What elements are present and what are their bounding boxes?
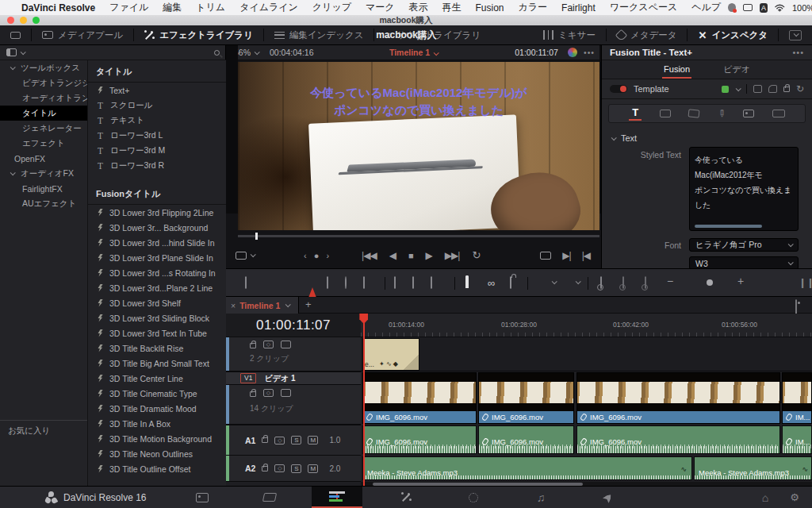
- lock-track-icon[interactable]: [250, 343, 256, 348]
- tree-au-effects[interactable]: AUエフェクト: [0, 196, 87, 211]
- fusion-title-item[interactable]: 3D Title Neon Outlines: [88, 446, 226, 461]
- panel-divider-icon[interactable]: ❙❙: [799, 277, 812, 288]
- styled-text-scrollbar[interactable]: [695, 225, 762, 228]
- panel-layout-chevron[interactable]: [21, 49, 26, 55]
- viewer-mode-icon[interactable]: [236, 252, 247, 260]
- tree-video-transitions[interactable]: ビデオトランジシ...: [0, 75, 87, 90]
- project-settings-button[interactable]: ⚙: [769, 487, 812, 508]
- tree-audiofx[interactable]: オーディオFX: [0, 166, 87, 181]
- page-deliver[interactable]: [583, 487, 634, 508]
- title-item-text[interactable]: Tテキスト: [88, 113, 226, 128]
- video-clip[interactable]: IM...: [782, 372, 812, 424]
- menu-mark[interactable]: マーク: [358, 1, 402, 14]
- title-item-lower3rd-m[interactable]: Tローワー3rd M: [88, 143, 226, 158]
- zoom-detail-icon[interactable]: [622, 277, 624, 288]
- tree-generators[interactable]: ジェネレーター: [0, 121, 87, 136]
- timeline-ruler[interactable]: 01:00:14:00 01:00:28:00 01:00:42:00 01:0…: [361, 314, 812, 337]
- template-toggle[interactable]: [610, 85, 627, 93]
- zoom-full-extent-icon[interactable]: [600, 277, 602, 288]
- color-wheel-icon[interactable]: [568, 48, 577, 57]
- flag-chevron[interactable]: [552, 279, 557, 284]
- inspector-options-icon[interactable]: •••: [792, 48, 804, 57]
- previous-frame-button[interactable]: |◀: [582, 250, 590, 261]
- link-clips-icon[interactable]: ∞: [488, 277, 495, 289]
- subtab-settings-icon[interactable]: [772, 110, 785, 117]
- lock-track-icon[interactable]: [250, 391, 256, 397]
- go-to-start-button[interactable]: |◀◀: [362, 250, 377, 261]
- tree-toolbox[interactable]: ツールボックス: [0, 60, 87, 75]
- fusion-title-item[interactable]: 3D Title Backlit Rise: [88, 341, 226, 356]
- zoom-out-icon[interactable]: −: [667, 275, 673, 287]
- track-header-a1[interactable]: A1 ◇ S M 1.0: [226, 425, 361, 456]
- text-section-header[interactable]: Text: [602, 128, 812, 146]
- track-enable-icon[interactable]: [281, 389, 291, 397]
- solo-button[interactable]: S: [291, 464, 301, 473]
- menu-color[interactable]: カラー: [511, 1, 555, 14]
- page-color[interactable]: [448, 487, 499, 508]
- page-fairlight[interactable]: ♫: [515, 487, 566, 508]
- fusion-title-item[interactable]: 3D Lower 3rd Text In Tube: [88, 325, 226, 341]
- track-header-v1[interactable]: ◇ 14 クリップ: [226, 385, 361, 425]
- match-frame-button[interactable]: ▶|: [562, 250, 570, 261]
- menu-workspace[interactable]: ワークスペース: [603, 1, 684, 14]
- tree-effects[interactable]: エフェクト: [0, 136, 87, 151]
- audio-clip[interactable]: IMG_6096.mov: [362, 425, 477, 454]
- add-timeline-button[interactable]: +: [305, 298, 312, 310]
- title-item-textplus[interactable]: Text+: [88, 83, 226, 98]
- auto-select-icon[interactable]: ◇: [274, 464, 285, 472]
- fusion-title-item[interactable]: 3D Title Center Line: [88, 371, 226, 386]
- lock-track-icon[interactable]: [262, 466, 268, 471]
- status-app-icon[interactable]: [728, 3, 736, 12]
- fusion-title-item[interactable]: 3D Lower 3rd...Plane 2 Line: [88, 280, 226, 295]
- position-lock-icon[interactable]: [510, 277, 511, 288]
- page-edit[interactable]: [312, 487, 362, 508]
- tree-fairlightfx[interactable]: FairlightFX: [0, 181, 87, 196]
- media-pool-button[interactable]: メディアプール: [32, 25, 133, 44]
- pin-icon[interactable]: [768, 85, 777, 93]
- video-clip[interactable]: IMG_6096.mov: [576, 372, 780, 424]
- inspector-button[interactable]: ✕インスペクタ: [688, 25, 778, 44]
- overwrite-clip-icon[interactable]: [412, 277, 414, 288]
- subtab-image-icon[interactable]: [743, 110, 754, 117]
- menu-edit[interactable]: 編集: [155, 1, 189, 14]
- play-button[interactable]: ▶: [426, 250, 432, 261]
- timeline-playhead[interactable]: [363, 314, 365, 486]
- menu-file[interactable]: ファイル: [102, 1, 155, 14]
- track-header-v1-name[interactable]: V1 ビデオ 1: [226, 371, 361, 385]
- menu-view[interactable]: 表示: [402, 1, 435, 14]
- music-clip[interactable]: Meeka - Steve Adams.mp3∿: [362, 456, 692, 480]
- tree-openfx[interactable]: OpenFX: [0, 151, 87, 166]
- menu-timeline[interactable]: タイムライン: [232, 1, 305, 14]
- tab-video[interactable]: ビデオ: [722, 60, 752, 79]
- fusion-title-item[interactable]: 3D Title In A Box: [88, 416, 226, 431]
- fusion-title-item[interactable]: 3D Lower 3r... Background: [88, 220, 226, 235]
- trim-edit-mode-icon[interactable]: [327, 277, 328, 288]
- fusion-title-item[interactable]: 3D Lower 3rd ...hind Slide In: [88, 235, 226, 250]
- razor-edit-mode-icon[interactable]: [363, 277, 365, 288]
- video-clip[interactable]: IMG_6096.mov: [362, 372, 477, 424]
- ui-layout-toggle[interactable]: [0, 25, 31, 44]
- dynamic-trim-mode-icon[interactable]: [345, 277, 347, 288]
- title-clip[interactable]: e... ✦ ∿ ◆: [362, 338, 419, 371]
- panel-layout-icon[interactable]: [6, 48, 17, 56]
- play-reverse-button[interactable]: ◀: [389, 250, 396, 261]
- font-family-dropdown[interactable]: ヒラギノ角ゴ Pro: [689, 238, 799, 252]
- fusion-title-item[interactable]: 3D Title Motion Background: [88, 431, 226, 446]
- title-item-scroll[interactable]: Tスクロール: [88, 98, 226, 113]
- viewer-timeline-selector[interactable]: Timeline 1: [226, 48, 601, 57]
- tree-titles[interactable]: タイトル: [0, 106, 87, 121]
- title-item-lower3rd-l[interactable]: Tローワー3rd L: [88, 128, 226, 143]
- menu-trim[interactable]: トリム: [189, 1, 232, 14]
- auto-select-icon[interactable]: ◇: [263, 389, 274, 397]
- fusion-title-item[interactable]: 3D Lower 3rd ...s Rotating In: [88, 265, 226, 280]
- stop-button[interactable]: ■: [408, 251, 413, 260]
- audio-clip[interactable]: IM...: [782, 425, 812, 454]
- menu-clip[interactable]: クリップ: [305, 1, 358, 14]
- loop-button[interactable]: ↻: [472, 249, 480, 261]
- scrubber-playhead[interactable]: [255, 233, 258, 240]
- fusion-title-item[interactable]: 3D Lower 3rd Plane Slide In: [88, 250, 226, 265]
- replace-clip-icon[interactable]: [431, 277, 432, 288]
- subtab-text[interactable]: T: [629, 106, 642, 121]
- zoom-custom-icon[interactable]: [645, 277, 646, 288]
- video-clip[interactable]: IMG_6096.mov: [478, 372, 574, 424]
